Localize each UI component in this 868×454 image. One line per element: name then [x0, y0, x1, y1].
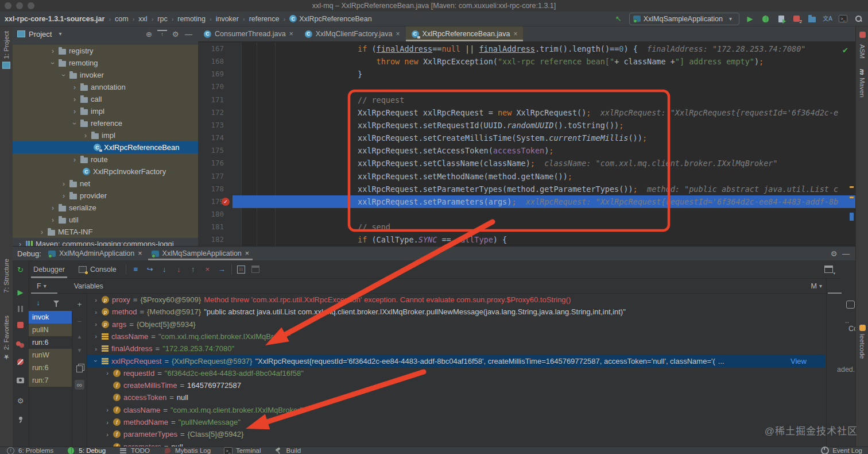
- code-line[interactable]: xxlRpcRequest.setParameterTypes(method.g…: [241, 183, 855, 195]
- step-over-icon[interactable]: ↪: [145, 264, 155, 274]
- editor-gutter[interactable]: 167168169170171172173174175176177178179✓…: [198, 43, 242, 246]
- breadcrumb-item[interactable]: remoting: [177, 15, 206, 23]
- tree-chevron-icon[interactable]: ›: [72, 156, 78, 164]
- debug-button[interactable]: [761, 14, 770, 24]
- variable-row-args[interactable]: ›pargs={Object[5]@5934}: [87, 318, 825, 330]
- variable-row-parameterTypes[interactable]: ›fparameterTypes={Class[5]@5942}: [87, 428, 825, 440]
- status-item-6-problems[interactable]: !6: Problems: [6, 446, 53, 454]
- tree-chevron-icon[interactable]: ›: [93, 345, 99, 352]
- minimize-icon[interactable]: —: [184, 29, 193, 39]
- tree-item-route[interactable]: ›route: [13, 153, 198, 166]
- tree-chevron-icon[interactable]: ›: [50, 47, 56, 55]
- pin-icon[interactable]: [16, 414, 25, 424]
- breadcrumb-item[interactable]: reference: [249, 15, 280, 23]
- tree-chevron-icon[interactable]: ›: [61, 192, 67, 200]
- line-number[interactable]: 178: [201, 183, 224, 195]
- event-log-icon[interactable]: [820, 446, 830, 454]
- code-line[interactable]: xxlRpcRequest.setCreateMillisTime(System…: [241, 132, 855, 144]
- scrollbar-thumb[interactable]: [850, 213, 854, 221]
- frame-item[interactable]: run:7: [29, 374, 72, 387]
- run-button[interactable]: ▶: [745, 14, 755, 24]
- status-item-terminal[interactable]: >_Terminal: [223, 446, 261, 454]
- add-watch-icon[interactable]: +: [75, 299, 84, 309]
- tree-chevron-icon[interactable]: ›: [50, 216, 56, 224]
- mute-breakpoints-icon[interactable]: [16, 357, 25, 367]
- code-line[interactable]: [241, 208, 855, 221]
- line-number[interactable]: 169: [201, 68, 224, 80]
- memory-tab[interactable]: M▾: [811, 282, 822, 290]
- tree-chevron-icon[interactable]: ›: [39, 228, 45, 236]
- step-into-icon[interactable]: ↓: [160, 264, 169, 274]
- line-number[interactable]: 168: [201, 55, 224, 68]
- stop-button[interactable]: [792, 14, 801, 24]
- variable-row-accessToken[interactable]: faccessToken=null: [87, 391, 825, 403]
- move-up-icon[interactable]: ▲: [75, 332, 84, 341]
- code-area[interactable]: if (finalAddress==null || finalAddress.t…: [241, 43, 855, 246]
- build-icon[interactable]: [274, 446, 284, 454]
- tree-chevron-icon[interactable]: ›: [104, 419, 110, 426]
- memory-class-icon[interactable]: [846, 301, 855, 309]
- close-icon[interactable]: ×: [289, 30, 293, 38]
- code-line[interactable]: // request: [241, 94, 855, 106]
- line-number[interactable]: 177: [201, 170, 224, 183]
- tree-chevron-icon[interactable]: ›: [49, 60, 57, 66]
- tree-item-impl[interactable]: ›impl: [13, 129, 198, 141]
- minimize-icon[interactable]: —: [841, 249, 851, 259]
- tree-item-xxlrpcreferencebean[interactable]: CXxlRpcReferenceBean: [13, 141, 198, 153]
- tab-debugger[interactable]: Debugger: [29, 261, 69, 278]
- layout-settings-icon[interactable]: [251, 264, 261, 274]
- breadcrumb-item[interactable]: rpc: [157, 15, 167, 23]
- tree-item-maven-commons-logging-commons-loggi[interactable]: ›Maven: commons-logging:commons-loggi: [13, 238, 198, 246]
- resume-icon[interactable]: ▶: [16, 287, 25, 297]
- line-number[interactable]: 175: [201, 144, 224, 157]
- code-line[interactable]: // send: [241, 221, 855, 233]
- show-watches-icon[interactable]: ∞: [75, 380, 84, 390]
- tree-item-provider[interactable]: ›provider: [13, 190, 198, 202]
- variable-row-className[interactable]: ›fclassName="com.xxl.mq.client.broker.IX…: [87, 404, 825, 416]
- rerun-icon[interactable]: ↻: [16, 265, 25, 275]
- line-number[interactable]: 181: [201, 221, 224, 233]
- tab-xxlrpcreferencebean-java[interactable]: CXxlRpcReferenceBean.java×: [406, 26, 524, 41]
- frame-item[interactable]: run:6: [29, 336, 72, 349]
- code-line[interactable]: throw new XxlRpcException("xxl-rpc refer…: [241, 55, 855, 68]
- show-execution-point-icon[interactable]: ≡: [131, 264, 141, 274]
- filter-icon[interactable]: [51, 298, 61, 307]
- breakpoint-icon[interactable]: ✓: [222, 198, 230, 206]
- toolwindow-structure-button[interactable]: 7: Structure: [3, 259, 10, 293]
- gear-icon[interactable]: ⚙: [829, 249, 839, 259]
- tree-item-annotation[interactable]: ›annotation: [13, 81, 198, 93]
- tree-chevron-icon[interactable]: ›: [17, 240, 23, 247]
- back-icon[interactable]: ↖: [614, 14, 623, 24]
- variable-row-requestId[interactable]: ›frequestId="6f364d2c-ee84-4483-addf-8bc…: [87, 367, 825, 379]
- terminal-run-icon[interactable]: >_: [838, 14, 848, 24]
- toolwindow-favorites-button[interactable]: ★2: Favorites: [2, 316, 10, 361]
- step-out-icon[interactable]: ↑: [188, 264, 198, 274]
- tree-chevron-icon[interactable]: ›: [93, 333, 99, 340]
- tab-console[interactable]: Console: [74, 261, 121, 278]
- todo-icon[interactable]: [118, 446, 128, 454]
- line-number[interactable]: 170: [201, 80, 224, 93]
- tree-item-remoting[interactable]: ›remoting: [13, 57, 198, 69]
- line-number[interactable]: 172: [201, 106, 224, 119]
- tab-xxlmqclientfactory-java[interactable]: CXxlMqClientFactory.java×: [299, 26, 406, 41]
- code-line[interactable]: xxlRpcRequest.setClassName(className); c…: [241, 157, 855, 170]
- debug-session-tab-xxlmqsampleapplication[interactable]: XxlMqSampleApplication×: [147, 247, 254, 260]
- line-number[interactable]: 174: [201, 132, 224, 144]
- frame-item[interactable]: run:6: [29, 361, 72, 374]
- debug-session-tab-xxlmqadminapplication[interactable]: XxlMqAdminApplication×: [44, 247, 147, 260]
- breadcrumb-class-item[interactable]: CXxlRpcReferenceBean: [289, 15, 371, 23]
- copy-icon[interactable]: [75, 364, 84, 374]
- variable-row-proxy[interactable]: ›pproxy={$Proxy60@5909} Method threw 'co…: [87, 294, 825, 306]
- inspection-ok-icon[interactable]: ✔: [842, 46, 848, 55]
- tree-chevron-icon[interactable]: ›: [60, 72, 68, 78]
- line-number[interactable]: 167: [201, 43, 224, 55]
- coverage-button[interactable]: [776, 14, 786, 24]
- move-down-icon[interactable]: ▼: [75, 345, 84, 355]
- frame-item[interactable]: invok: [29, 311, 72, 324]
- line-number[interactable]: 182: [201, 233, 224, 246]
- evaluate-expression-icon[interactable]: ⁝⁝: [237, 264, 246, 274]
- terminal-icon[interactable]: >_: [223, 446, 233, 454]
- frame-item[interactable]: pullN: [29, 324, 72, 336]
- line-number[interactable]: 173: [201, 119, 224, 132]
- pause-icon[interactable]: [16, 304, 25, 314]
